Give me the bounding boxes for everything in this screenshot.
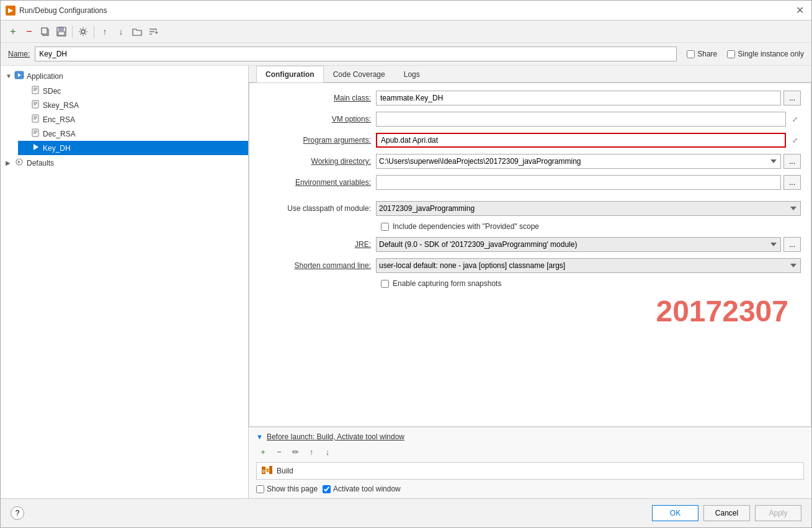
include-deps-row: Include dependencies with "Provided" sco… <box>381 222 801 231</box>
share-group: Share <box>687 50 717 58</box>
vm-options-label: VM options: <box>259 115 371 123</box>
apply-button[interactable]: Apply <box>755 505 801 521</box>
title-bar: ▶ Run/Debug Configurations ✕ <box>1 1 811 20</box>
defaults-icon <box>14 157 24 169</box>
enable-snapshots-label[interactable]: Enable capturing form snapshots <box>393 279 501 288</box>
jre-select[interactable]: Default (9.0 - SDK of '20172309_javaProg… <box>376 237 781 252</box>
env-vars-browse-button[interactable]: ... <box>783 175 801 190</box>
remove-button[interactable]: − <box>22 24 37 39</box>
name-input[interactable] <box>35 47 677 61</box>
watermark-text: 20172307 <box>656 294 788 328</box>
vm-options-expand-button[interactable]: ⤢ <box>788 112 801 127</box>
add-button[interactable]: + <box>6 24 20 39</box>
svg-rect-1 <box>42 28 47 34</box>
watermark-container: 20172307 <box>259 294 801 331</box>
before-launch-title: Before launch: Build, Activate tool wind… <box>267 432 404 441</box>
build-label: Build <box>277 467 293 475</box>
vm-options-input-group: ⤢ <box>376 112 801 127</box>
tree-item-sdec[interactable]: SDec <box>18 84 248 98</box>
svg-rect-16 <box>32 101 38 108</box>
working-dir-select[interactable]: C:\Users\superwei\IdeaProjects\20172309_… <box>376 154 781 169</box>
svg-rect-32 <box>269 466 272 474</box>
program-args-expand-button[interactable]: ⤢ <box>788 133 801 148</box>
tree-item-defaults[interactable]: ▶ Defaults <box>1 155 248 171</box>
copy-button[interactable] <box>38 24 53 39</box>
move-up-button[interactable]: ↑ <box>97 24 112 39</box>
skey-icon <box>32 100 40 110</box>
dec-rsa-label: Dec_RSA <box>43 130 76 138</box>
config-outer: Main class: ... VM options: ⤢ <box>249 83 811 498</box>
tab-configuration[interactable]: Configuration <box>256 66 324 83</box>
bottom-bar: ? OK Cancel Apply <box>1 498 811 527</box>
defaults-arrow: ▶ <box>6 159 13 166</box>
enc-rsa-label: Enc_RSA <box>43 115 75 124</box>
svg-rect-24 <box>32 129 38 136</box>
share-label[interactable]: Share <box>697 50 717 58</box>
before-launch-edit-button[interactable]: ✏ <box>288 445 302 459</box>
left-panel: ▼ Application SDec <box>1 66 249 498</box>
tree-item-enc-rsa[interactable]: Enc_RSA <box>18 112 248 127</box>
show-page-checkbox[interactable] <box>256 485 264 493</box>
tree-item-skey-rsa[interactable]: Skey_RSA <box>18 98 248 112</box>
name-label: Name: <box>8 50 30 58</box>
main-class-row: Main class: ... <box>259 91 801 105</box>
window-title: Run/Debug Configurations <box>19 6 793 15</box>
before-launch-down-button[interactable]: ↓ <box>321 445 334 459</box>
single-instance-checkbox[interactable] <box>727 50 735 58</box>
vm-options-input[interactable] <box>376 112 786 127</box>
dec-icon <box>32 128 40 139</box>
help-button[interactable]: ? <box>11 506 24 520</box>
program-args-input[interactable] <box>376 133 786 148</box>
defaults-label: Defaults <box>27 159 54 168</box>
shorten-cmd-select[interactable]: user-local default: none - java [options… <box>376 258 801 273</box>
cancel-button[interactable]: Cancel <box>703 505 750 521</box>
working-dir-browse-button[interactable]: ... <box>783 154 801 169</box>
application-icon <box>14 70 24 82</box>
main-class-input[interactable] <box>376 91 781 105</box>
sort-button[interactable] <box>146 24 161 39</box>
single-instance-label[interactable]: Single instance only <box>738 50 804 58</box>
before-launch-collapse-icon[interactable]: ▼ <box>256 433 263 441</box>
main-class-browse-button[interactable]: ... <box>783 91 801 105</box>
share-checkbox[interactable] <box>687 50 695 58</box>
sdec-icon <box>32 86 40 96</box>
ok-button[interactable]: OK <box>652 505 698 521</box>
key-dh-label: Key_DH <box>43 144 71 153</box>
activate-tool-label[interactable]: Activate tool window <box>323 485 401 493</box>
tree-item-application[interactable]: ▼ Application <box>1 68 248 84</box>
save-button[interactable] <box>54 24 69 39</box>
before-launch-up-button[interactable]: ↑ <box>305 445 318 459</box>
toolbar: + − ↑ ↓ <box>1 20 811 43</box>
before-launch-header: ▼ Before launch: Build, Activate tool wi… <box>256 432 804 441</box>
sdec-label: SDec <box>43 87 61 96</box>
build-icon: 01 <box>262 465 273 477</box>
include-deps-label[interactable]: Include dependencies with "Provided" sco… <box>393 222 539 231</box>
activate-tool-checkbox[interactable] <box>323 485 331 493</box>
before-launch-remove-button[interactable]: − <box>272 445 286 459</box>
settings-button[interactable] <box>76 24 91 39</box>
enc-icon <box>32 114 40 125</box>
env-vars-label: Environment variables: <box>259 178 371 187</box>
tab-code-coverage[interactable]: Code Coverage <box>324 66 395 83</box>
main-class-label: Main class: <box>259 94 371 102</box>
classpath-module-select[interactable]: 20172309_javaProgramming <box>376 201 801 216</box>
include-deps-checkbox[interactable] <box>381 223 389 231</box>
before-launch-add-button[interactable]: + <box>256 445 270 459</box>
classpath-dropdown-group: 20172309_javaProgramming <box>376 201 801 216</box>
close-button[interactable]: ✕ <box>793 4 806 16</box>
tab-logs[interactable]: Logs <box>395 66 429 83</box>
program-args-row: Program arguments: ⤢ <box>259 133 801 148</box>
jre-row: JRE: Default (9.0 - SDK of '20172309_jav… <box>259 237 801 252</box>
enable-snapshots-checkbox[interactable] <box>381 280 389 288</box>
shorten-cmd-row: Shorten command line: user-local default… <box>259 258 801 273</box>
window-icon: ▶ <box>6 6 16 16</box>
jre-browse-button[interactable]: ... <box>783 237 801 252</box>
env-vars-input[interactable] <box>376 175 781 190</box>
move-down-button[interactable]: ↓ <box>114 24 128 39</box>
tree-item-key-dh[interactable]: Key_DH <box>18 141 248 155</box>
svg-rect-3 <box>59 27 63 30</box>
folder-button[interactable] <box>130 24 145 39</box>
tree-item-dec-rsa[interactable]: Dec_RSA <box>18 127 248 141</box>
env-vars-input-group: ... <box>376 175 801 190</box>
show-page-label[interactable]: Show this page <box>256 485 318 493</box>
